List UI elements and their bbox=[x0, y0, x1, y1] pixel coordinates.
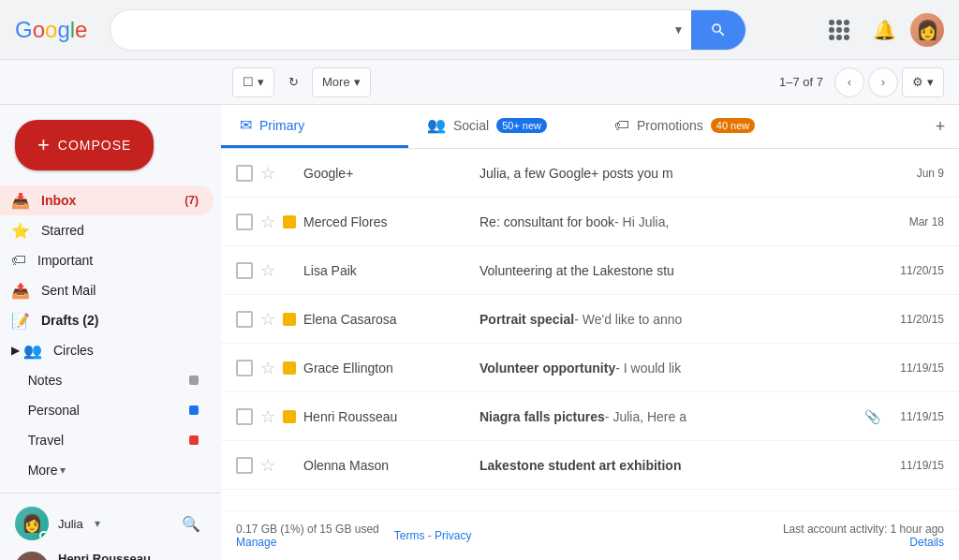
manage-link[interactable]: Manage bbox=[236, 536, 276, 549]
julia-avatar-icon: 👩 bbox=[22, 513, 42, 534]
prev-page-button[interactable]: ‹ bbox=[834, 67, 864, 97]
settings-button[interactable]: ⚙ ▾ bbox=[902, 67, 944, 97]
search-dropdown-icon[interactable]: ▼ bbox=[666, 23, 692, 37]
google-logo: Google bbox=[15, 17, 87, 43]
online-indicator bbox=[39, 531, 49, 540]
sidebar-item-sent[interactable]: 📤 Sent Mail bbox=[0, 275, 214, 305]
email-checkbox-4[interactable] bbox=[236, 311, 253, 328]
email-date-7: 11/19/15 bbox=[888, 459, 944, 472]
email-checkbox-1[interactable] bbox=[236, 165, 253, 182]
search-input[interactable] bbox=[111, 22, 665, 38]
email-checkbox-5[interactable] bbox=[236, 360, 253, 376]
important-label: Important bbox=[37, 253, 93, 268]
email-checkbox-7[interactable] bbox=[236, 457, 253, 474]
julia-name: Julia bbox=[58, 517, 83, 531]
email-star-3[interactable]: ☆ bbox=[260, 260, 275, 281]
email-star-7[interactable]: ☆ bbox=[260, 455, 275, 476]
primary-tab-label: Primary bbox=[259, 118, 304, 133]
henri-name: Henri Rousseau bbox=[58, 552, 206, 560]
email-sender-2: Merced Flores bbox=[303, 214, 472, 229]
email-date-4: 11/20/15 bbox=[888, 313, 944, 326]
more-label: More bbox=[322, 75, 350, 89]
email-row[interactable]: ☆ Elena Casarosa Portrait special- We'd … bbox=[221, 295, 959, 344]
user-avatar[interactable]: 👩 bbox=[910, 13, 944, 47]
refresh-button[interactable]: ↻ bbox=[278, 67, 308, 97]
main-content: + COMPOSE 📥 Inbox (7) ⭐ Starred 🏷 Import… bbox=[0, 105, 959, 560]
sidebar-item-more[interactable]: ▪ More ▾ bbox=[0, 455, 214, 485]
email-row[interactable]: ☆ Henri Rousseau Niagra falls pictures- … bbox=[221, 392, 959, 441]
search-button[interactable] bbox=[691, 10, 745, 50]
tab-social[interactable]: 👥 Social 50+ new bbox=[408, 105, 596, 148]
henri-avatar: H bbox=[15, 552, 49, 560]
email-star-5[interactable]: ☆ bbox=[260, 358, 275, 378]
notes-color-dot bbox=[189, 376, 199, 385]
henri-info: Henri Rousseau Hi! bbox=[58, 552, 206, 560]
footer-center: Terms - Privacy bbox=[394, 529, 472, 542]
primary-tab-icon: ✉ bbox=[240, 116, 252, 134]
sidebar-item-personal[interactable]: ▪ Personal bbox=[0, 395, 214, 425]
select-dropdown-icon: ▾ bbox=[258, 75, 264, 89]
tab-primary[interactable]: ✉ Primary bbox=[221, 105, 408, 148]
personal-label: Personal bbox=[28, 403, 80, 418]
chat-contact-henri[interactable]: H Henri Rousseau Hi! bbox=[0, 546, 221, 560]
email-row[interactable]: ☆ Olenna Mason Lakestone student art exh… bbox=[221, 441, 959, 490]
inbox-label: Inbox bbox=[41, 193, 76, 208]
email-footer: 0.17 GB (1%) of 15 GB used Manage Terms … bbox=[221, 510, 959, 560]
email-date-6: 11/19/15 bbox=[888, 410, 944, 423]
privacy-link[interactable]: Privacy bbox=[435, 529, 471, 542]
julia-dropdown-icon[interactable]: ▾ bbox=[95, 517, 100, 530]
email-star-1[interactable]: ☆ bbox=[260, 163, 275, 184]
starred-label: Starred bbox=[41, 223, 84, 238]
email-sender-6: Henri Rousseau bbox=[303, 409, 472, 424]
add-tab-button[interactable]: + bbox=[922, 105, 959, 148]
next-page-button[interactable]: › bbox=[868, 67, 898, 97]
email-subject-3: Volunteering at the Lakestone stu bbox=[480, 263, 880, 278]
logo-o2-letter: o bbox=[45, 17, 57, 43]
settings-icon: ⚙ bbox=[912, 75, 923, 89]
chat-search-icon: 🔍 bbox=[182, 515, 200, 533]
sent-label: Sent Mail bbox=[41, 283, 96, 298]
email-subject-5: Volunteer opportunity- I would lik bbox=[480, 361, 880, 376]
email-row[interactable]: ☆ Google+ Julia, a few Google+ posts you… bbox=[221, 149, 959, 198]
email-sender-1: Google+ bbox=[303, 166, 472, 181]
select-checkbox-icon: ☐ bbox=[243, 75, 254, 89]
sidebar-item-important[interactable]: 🏷 Important bbox=[0, 245, 214, 275]
attachment-icon-6: 📎 bbox=[864, 409, 880, 424]
starred-icon: ⭐ bbox=[11, 222, 30, 240]
email-tabs: ✉ Primary 👥 Social 50+ new 🏷 Promotions … bbox=[221, 105, 959, 149]
email-row[interactable]: ☆ Lisa Paik Volunteering at the Lakeston… bbox=[221, 246, 959, 295]
more-nav-label: More bbox=[28, 463, 58, 478]
tab-promotions[interactable]: 🏷 Promotions 40 new bbox=[596, 105, 783, 148]
chat-user-julia[interactable]: 👩 Julia ▾ 🔍 bbox=[0, 501, 221, 546]
email-star-6[interactable]: ☆ bbox=[260, 406, 275, 427]
search-icon bbox=[710, 22, 727, 38]
more-button[interactable]: More ▾ bbox=[312, 67, 371, 97]
email-date-2: Mar 18 bbox=[888, 215, 944, 228]
promotions-tab-badge: 40 new bbox=[711, 118, 755, 133]
email-checkbox-2[interactable] bbox=[236, 214, 253, 230]
chat-search-button[interactable]: 🔍 bbox=[176, 508, 206, 538]
compose-button[interactable]: + COMPOSE bbox=[15, 120, 154, 170]
sidebar-item-travel[interactable]: ▪ Travel bbox=[0, 425, 214, 455]
email-checkbox-6[interactable] bbox=[236, 408, 253, 425]
apps-button[interactable] bbox=[820, 11, 858, 49]
sidebar-item-inbox[interactable]: 📥 Inbox (7) bbox=[0, 185, 214, 215]
sidebar-item-notes[interactable]: ▪ Notes bbox=[0, 365, 214, 395]
email-row[interactable]: ☆ Merced Flores Re: consultant for book-… bbox=[221, 198, 959, 246]
terms-link[interactable]: Terms bbox=[394, 529, 425, 542]
sidebar-item-starred[interactable]: ⭐ Starred bbox=[0, 215, 214, 245]
prev-icon: ‹ bbox=[848, 75, 851, 89]
storage-info: 0.17 GB (1%) of 15 GB used bbox=[236, 523, 379, 536]
email-checkbox-3[interactable] bbox=[236, 262, 253, 279]
email-row[interactable]: ☆ Grace Ellington Volunteer opportunity-… bbox=[221, 344, 959, 392]
notifications-button[interactable]: 🔔 bbox=[865, 11, 903, 49]
inbox-count: (7) bbox=[184, 194, 199, 207]
sidebar-item-drafts[interactable]: 📝 Drafts (2) bbox=[0, 305, 214, 335]
chat-section: 👩 Julia ▾ 🔍 H Henri Rousseau Hi! 👤 bbox=[0, 493, 221, 560]
email-star-4[interactable]: ☆ bbox=[260, 309, 275, 330]
email-star-2[interactable]: ☆ bbox=[260, 212, 275, 232]
sidebar-item-circles[interactable]: ▶ 👥 Circles bbox=[0, 335, 214, 365]
select-button[interactable]: ☐ ▾ bbox=[232, 67, 274, 97]
julia-avatar: 👩 bbox=[15, 507, 49, 540]
details-link[interactable]: Details bbox=[909, 536, 944, 549]
